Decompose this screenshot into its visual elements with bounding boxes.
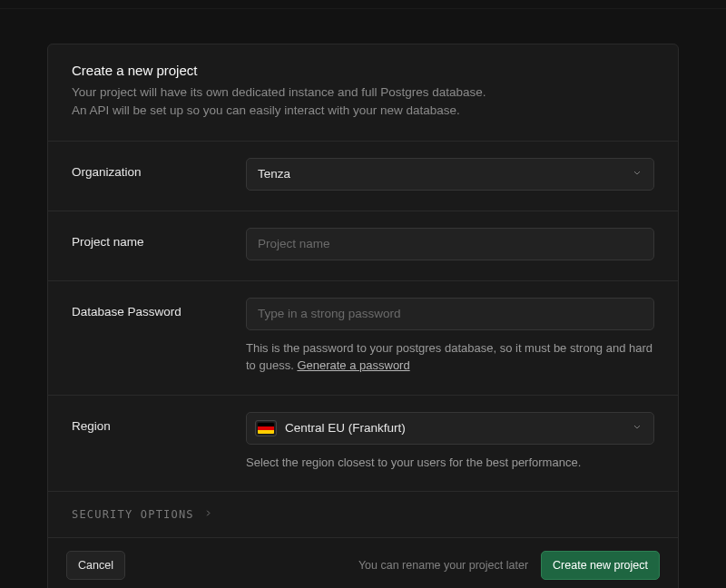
organization-value: Tenza — [258, 167, 290, 181]
flag-germany-icon — [258, 423, 274, 434]
db-password-input[interactable] — [246, 298, 654, 330]
region-select[interactable]: Central EU (Frankfurt) — [246, 412, 654, 445]
organization-label: Organization — [72, 158, 246, 179]
project-name-row: Project name — [48, 211, 678, 280]
page-container: Create a new project Your project will h… — [0, 9, 726, 588]
project-name-control — [246, 228, 654, 260]
region-label: Region — [72, 412, 246, 433]
top-bar — [0, 0, 726, 9]
header-desc-line2: An API will be set up so you can easily … — [72, 103, 460, 117]
db-password-label: Database Password — [72, 298, 246, 318]
organization-row: Organization Tenza — [48, 141, 678, 211]
chevron-down-icon — [632, 167, 643, 181]
security-options-toggle[interactable]: SECURITY OPTIONS — [48, 491, 678, 537]
card-footer: Cancel You can rename your project later… — [48, 537, 678, 588]
project-name-label: Project name — [72, 228, 246, 249]
chevron-down-icon — [632, 421, 643, 435]
create-project-label: Create new project — [553, 559, 648, 572]
security-options-label: SECURITY OPTIONS — [72, 508, 194, 521]
organization-control: Tenza — [246, 158, 654, 191]
region-helper: Select the region closest to your users … — [246, 454, 654, 472]
header-desc-line1: Your project will have its own dedicated… — [72, 85, 486, 99]
create-project-button[interactable]: Create new project — [541, 551, 660, 580]
db-password-helper: This is the password to your postgres da… — [246, 339, 654, 375]
chevron-right-icon — [203, 508, 213, 521]
header-description: Your project will have its own dedicated… — [72, 83, 654, 121]
footer-note: You can rename your project later — [358, 559, 528, 572]
db-password-control: This is the password to your postgres da… — [246, 298, 654, 375]
page-title: Create a new project — [72, 63, 654, 78]
organization-select[interactable]: Tenza — [246, 158, 654, 191]
region-control: Central EU (Frankfurt) Select the region… — [246, 412, 654, 472]
cancel-label: Cancel — [78, 559, 113, 572]
region-value: Central EU (Frankfurt) — [285, 421, 406, 435]
generate-password-link[interactable]: Generate a password — [297, 358, 409, 372]
cancel-button[interactable]: Cancel — [66, 551, 125, 580]
region-row: Region Central EU (Frankfurt) Select the… — [48, 395, 678, 492]
project-name-input[interactable] — [246, 228, 654, 260]
db-password-row: Database Password This is the password t… — [48, 280, 678, 395]
card-header: Create a new project Your project will h… — [48, 44, 678, 141]
create-project-card: Create a new project Your project will h… — [47, 44, 679, 588]
